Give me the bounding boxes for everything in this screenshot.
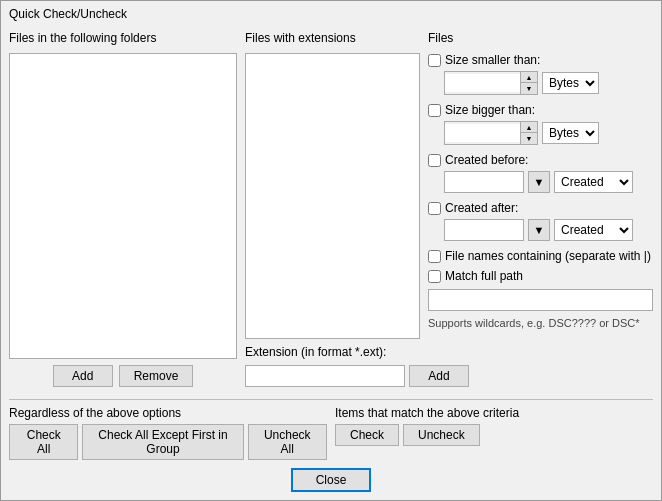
wildcard-input[interactable] [428, 289, 653, 311]
size-bigger-spin-down[interactable]: ▼ [521, 133, 537, 144]
wildcard-hint: Supports wildcards, e.g. DSC???? or DSC* [428, 317, 653, 329]
title-bar: Quick Check/Uncheck [1, 1, 661, 25]
size-smaller-spin-down[interactable]: ▼ [521, 83, 537, 94]
regardless-label: Regardless of the above options [9, 406, 327, 420]
filenames-checkbox[interactable] [428, 250, 441, 263]
size-bigger-unit[interactable]: Bytes KB MB GB [542, 122, 599, 144]
uncheck-all-button[interactable]: Uncheck All [248, 424, 327, 460]
extension-input[interactable] [245, 365, 405, 387]
size-bigger-input[interactable]: 0 [445, 124, 520, 142]
size-smaller-spin-up[interactable]: ▲ [521, 72, 537, 83]
size-smaller-checkbox[interactable] [428, 54, 441, 67]
created-after-type-select[interactable]: Created Modified Accessed [554, 219, 633, 241]
files-label: Files [428, 31, 653, 45]
bottom-bar: Regardless of the above options Check Al… [1, 393, 661, 500]
close-button[interactable]: Close [291, 468, 371, 492]
match-path-label: Match full path [445, 269, 523, 283]
extensions-list [245, 53, 420, 339]
created-after-checkbox[interactable] [428, 202, 441, 215]
created-before-label: Created before: [445, 153, 528, 167]
folders-remove-button[interactable]: Remove [119, 365, 194, 387]
size-smaller-label: Size smaller than: [445, 53, 540, 67]
match-path-checkbox[interactable] [428, 270, 441, 283]
created-after-label: Created after: [445, 201, 518, 215]
check-except-button[interactable]: Check All Except First in Group [82, 424, 243, 460]
created-before-calendar-button[interactable]: ▼ [528, 171, 550, 193]
window: Quick Check/Uncheck Files in the followi… [0, 0, 662, 501]
created-before-type-select[interactable]: Created Modified Accessed [554, 171, 633, 193]
created-after-calendar-button[interactable]: ▼ [528, 219, 550, 241]
size-bigger-label: Size bigger than: [445, 103, 535, 117]
created-before-date-input[interactable]: 9/18/2008 [444, 171, 524, 193]
size-smaller-input[interactable]: 0 [445, 74, 520, 92]
items-label: Items that match the above criteria [335, 406, 653, 420]
middle-panel: Files with extensions Extension (in form… [245, 31, 420, 387]
check-all-button[interactable]: Check All [9, 424, 78, 460]
created-before-checkbox[interactable] [428, 154, 441, 167]
right-panel: Files Size smaller than: 0 ▲ ▼ Bytes KB … [428, 31, 653, 387]
check-button[interactable]: Check [335, 424, 399, 446]
size-bigger-spin-up[interactable]: ▲ [521, 122, 537, 133]
folders-label: Files in the following folders [9, 31, 237, 45]
created-after-date-input[interactable]: 9/18/2008 [444, 219, 524, 241]
window-title: Quick Check/Uncheck [9, 7, 127, 21]
ext-format-label: Extension (in format *.ext): [245, 345, 420, 359]
left-panel: Files in the following folders Add Remov… [9, 31, 237, 387]
size-bigger-spinbox: 0 ▲ ▼ [444, 121, 538, 145]
filenames-label: File names containing (separate with |) [445, 249, 651, 263]
folders-list [9, 53, 237, 359]
size-bigger-checkbox[interactable] [428, 104, 441, 117]
size-smaller-spinbox: 0 ▲ ▼ [444, 71, 538, 95]
extensions-label: Files with extensions [245, 31, 420, 45]
folders-add-button[interactable]: Add [53, 365, 113, 387]
uncheck-button[interactable]: Uncheck [403, 424, 480, 446]
size-smaller-unit[interactable]: Bytes KB MB GB [542, 72, 599, 94]
